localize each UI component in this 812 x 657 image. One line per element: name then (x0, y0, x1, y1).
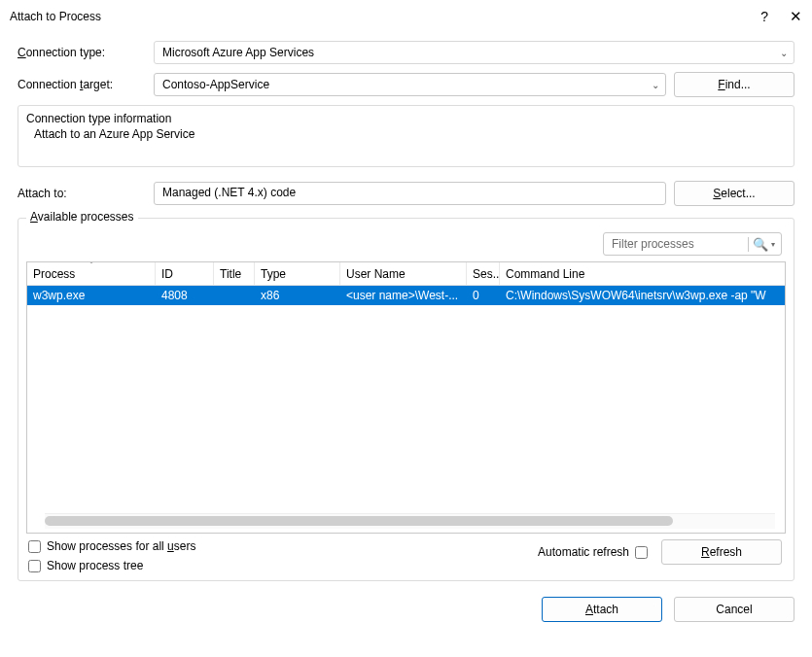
connection-type-label: Connection type: (18, 46, 154, 59)
col-type[interactable]: Type (255, 262, 340, 285)
scrollbar-thumb[interactable] (45, 516, 673, 526)
connection-type-combo[interactable]: Microsoft Azure App Services ⌄ (154, 41, 794, 64)
connection-target-combo[interactable]: Contoso-AppService ⌄ (154, 73, 666, 96)
cell: C:\Windows\SysWOW64\inetsrv\w3wp.exe -ap… (500, 289, 785, 302)
attach-to-label: Attach to: (18, 187, 154, 200)
cell: w3wp.exe (27, 289, 156, 302)
filter-placeholder: Filter processes (612, 237, 694, 251)
connection-info-box: Connection type information Attach to an… (18, 105, 794, 167)
chevron-down-icon: ⌄ (652, 80, 659, 90)
table-row[interactable]: w3wp.exe4808x86<user name>\West-...0C:\W… (27, 286, 785, 305)
find-button[interactable]: Find... (674, 72, 794, 97)
cell: <user name>\West-... (340, 289, 467, 302)
refresh-button[interactable]: Refresh (661, 539, 782, 565)
col-process[interactable]: ˄ Process (27, 262, 156, 285)
attach-to-value: Managed (.NET 4.x) code (154, 182, 666, 205)
sort-asc-icon: ˄ (89, 262, 93, 269)
col-user[interactable]: User Name (340, 262, 467, 285)
attach-button[interactable]: Attach (542, 597, 662, 622)
cell: x86 (255, 289, 340, 302)
connection-target-value: Contoso-AppService (162, 78, 269, 91)
connection-info-heading: Connection type information (26, 112, 786, 125)
automatic-refresh-label: Automatic refresh (538, 545, 629, 559)
show-process-tree-box[interactable] (28, 560, 41, 572)
close-icon[interactable]: ✕ (790, 8, 802, 25)
show-all-users-checkbox[interactable]: Show processes for all users (28, 539, 195, 553)
available-processes-group: Available processes Filter processes 🔍 ▾… (18, 218, 794, 581)
help-icon[interactable]: ? (760, 9, 768, 24)
col-cmd[interactable]: Command Line (500, 262, 785, 285)
cell: 0 (467, 289, 500, 302)
chevron-down-icon: ⌄ (780, 48, 788, 58)
col-session[interactable]: Ses... (467, 262, 500, 285)
show-all-users-box[interactable] (28, 540, 41, 553)
connection-target-label: Connection target: (18, 78, 154, 91)
table-header: ˄ Process ID Title Type User Name Ses...… (27, 262, 785, 286)
horizontal-scrollbar[interactable] (45, 513, 775, 529)
show-process-tree-checkbox[interactable]: Show process tree (28, 559, 195, 572)
automatic-refresh-checkbox[interactable] (635, 546, 648, 559)
search-dropdown-icon[interactable]: ▾ (771, 240, 775, 249)
connection-type-value: Microsoft Azure App Services (162, 46, 314, 59)
process-table[interactable]: ˄ Process ID Title Type User Name Ses...… (26, 261, 786, 534)
col-id[interactable]: ID (156, 262, 214, 285)
select-button[interactable]: Select... (674, 181, 794, 206)
cell: 4808 (156, 289, 214, 302)
filter-processes-input[interactable]: Filter processes 🔍 ▾ (603, 232, 782, 256)
connection-info-line: Attach to an Azure App Service (26, 127, 786, 141)
search-icon[interactable]: 🔍 (753, 237, 768, 252)
cancel-button[interactable]: Cancel (674, 597, 794, 622)
col-title[interactable]: Title (214, 262, 255, 285)
available-processes-legend: Available processes (26, 210, 138, 224)
dialog-title: Attach to Process (10, 10, 101, 23)
